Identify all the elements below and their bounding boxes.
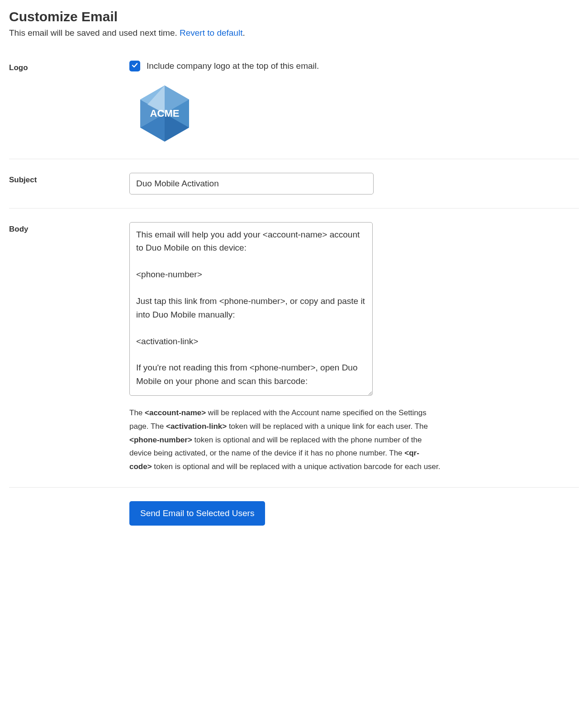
include-logo-label: Include company logo at the top of this … — [147, 61, 319, 71]
subject-label: Subject — [9, 173, 129, 194]
page-subtitle: This email will be saved and used next t… — [9, 28, 579, 38]
include-logo-checkbox[interactable] — [129, 61, 140, 71]
logo-row: Logo Include company logo at the top of … — [9, 61, 579, 159]
page-title: Customize Email — [9, 9, 579, 24]
subtitle-suffix: . — [242, 28, 245, 38]
subtitle-text: This email will be saved and used next t… — [9, 28, 180, 38]
send-email-button[interactable]: Send Email to Selected Users — [129, 501, 265, 526]
revert-link[interactable]: Revert to default — [180, 28, 242, 38]
submit-row: Send Email to Selected Users — [9, 501, 579, 526]
svg-text:ACME: ACME — [150, 108, 180, 119]
subject-input[interactable] — [129, 173, 374, 194]
check-icon — [131, 61, 138, 71]
hexagon-logo-icon: ACME — [138, 84, 191, 143]
body-label: Body — [9, 222, 129, 474]
body-help-text: The <account-name> will be replaced with… — [129, 406, 441, 474]
logo-preview: ACME — [138, 84, 579, 145]
body-row: Body This email will help you add your <… — [9, 222, 579, 488]
logo-label: Logo — [9, 61, 129, 145]
subject-row: Subject — [9, 173, 579, 209]
body-textarea[interactable]: This email will help you add your <accou… — [129, 222, 373, 396]
